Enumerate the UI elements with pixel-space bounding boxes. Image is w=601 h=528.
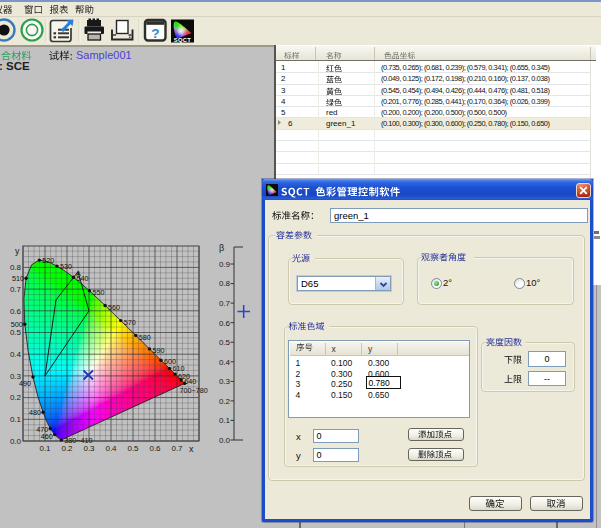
- svg-text:0.3: 0.3: [219, 377, 231, 386]
- svg-text:x: x: [189, 444, 194, 454]
- svg-text:580: 580: [139, 333, 151, 342]
- svg-text:0.2: 0.2: [219, 397, 231, 406]
- svg-text:560: 560: [108, 303, 120, 312]
- svg-text:0.2: 0.2: [10, 393, 22, 402]
- svg-text:0.7: 0.7: [171, 444, 183, 453]
- svg-text:0.2: 0.2: [61, 444, 73, 453]
- svg-text:0.1: 0.1: [219, 416, 231, 425]
- svg-text:A: A: [76, 269, 81, 278]
- svg-text:0.5: 0.5: [127, 444, 139, 453]
- svg-text:β: β: [219, 243, 224, 253]
- svg-text:0.4: 0.4: [219, 358, 231, 367]
- svg-text:0.1: 0.1: [39, 444, 51, 453]
- svg-text:0.3: 0.3: [10, 372, 22, 381]
- svg-text:y: y: [15, 246, 20, 256]
- svg-text:480: 480: [29, 408, 41, 417]
- svg-text:510: 510: [12, 274, 24, 283]
- svg-text:0.0: 0.0: [10, 437, 22, 446]
- svg-text:0.5: 0.5: [10, 328, 22, 337]
- svg-text:0.6: 0.6: [149, 444, 161, 453]
- svg-text:590: 590: [153, 346, 165, 355]
- svg-text:470: 470: [36, 425, 48, 434]
- svg-text:700~780: 700~780: [180, 386, 208, 395]
- svg-text:570: 570: [124, 318, 136, 327]
- svg-text:0.5: 0.5: [219, 338, 231, 347]
- svg-text:0.4: 0.4: [105, 444, 117, 453]
- svg-text:640: 640: [184, 377, 196, 386]
- svg-text:530: 530: [60, 262, 72, 271]
- svg-text:550: 550: [92, 288, 104, 297]
- svg-text:0.3: 0.3: [83, 444, 95, 453]
- svg-text:0.7: 0.7: [10, 285, 22, 294]
- svg-text:0.8: 0.8: [10, 263, 22, 272]
- svg-text:0.4: 0.4: [10, 350, 22, 359]
- svg-text:0.6: 0.6: [219, 319, 231, 328]
- svg-text:0.6: 0.6: [10, 307, 22, 316]
- svg-text:0.8: 0.8: [219, 279, 231, 288]
- svg-text:520: 520: [42, 256, 54, 265]
- svg-text:0.1: 0.1: [10, 415, 22, 424]
- svg-text:0.9: 0.9: [219, 260, 231, 269]
- svg-text:0.7: 0.7: [219, 299, 231, 308]
- svg-text:0.0: 0.0: [219, 436, 231, 445]
